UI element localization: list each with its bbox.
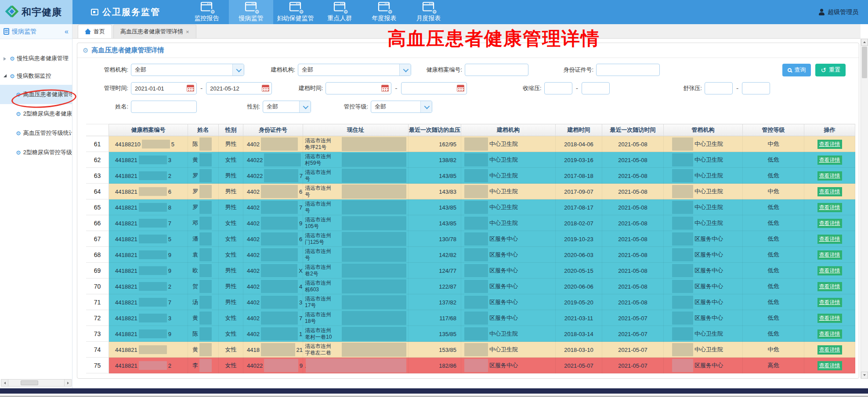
manage-org-text: 中心卫生院 (694, 188, 723, 195)
table-row[interactable]: 6744188215潘女性44026清远市连州门125号130/78区服务中心2… (86, 231, 855, 247)
table-row[interactable]: 6844188219袁女性4402清远市连州号142/82区服务中心2020-0… (86, 247, 855, 263)
nav-item[interactable]: ⚙妇幼保健监管 (273, 0, 318, 24)
header-cell-empty (86, 124, 109, 136)
search-button[interactable]: 查询 (782, 64, 811, 76)
table-row[interactable]: 7544188212李女性440229广东省清远182/86区服务中心2021-… (86, 358, 855, 373)
view-details-link[interactable]: 查看详情 (817, 219, 842, 228)
view-details-link[interactable]: 查看详情 (817, 203, 842, 212)
view-details-link[interactable]: 查看详情 (817, 171, 842, 181)
table-row[interactable]: 6944188219欧男性4402X清远市连州巷2号124/77区服务中心202… (86, 263, 855, 279)
sidebar-item[interactable]: ⚙2型糖尿病管控等级统计 (0, 143, 72, 162)
file-org-text: 中心卫生院 (489, 156, 518, 164)
sidebar-item[interactable]: ⚙慢性病患者健康管理 (0, 50, 72, 67)
tab-home[interactable]: 首页 (78, 25, 112, 38)
table-row[interactable]: 7144188217汤男性44023清远市连州17号137/82区服务中心201… (86, 294, 855, 310)
user-menu[interactable]: 超级管理员 (818, 0, 858, 24)
tab-close-icon[interactable]: × (186, 29, 189, 35)
view-details-link[interactable]: 查看详情 (817, 187, 842, 196)
reset-button[interactable]: ↺ 重置 (815, 64, 846, 76)
view-details-link[interactable]: 查看详情 (817, 282, 842, 291)
gender-select[interactable]: 全部 (263, 101, 311, 113)
address-line1: 清远市连州 (305, 296, 331, 302)
cell-blood-pressure: 137/82 (409, 294, 461, 310)
table-row[interactable]: 6244188213黄女性44022清远市连州村59号138/82中心卫生院20… (86, 152, 855, 168)
archive-prefix: 4418821 (115, 283, 137, 290)
view-details-link[interactable]: 查看详情 (817, 140, 842, 149)
archive-prefix: 4418821 (115, 268, 137, 274)
id-prefix: 4402 (247, 220, 260, 227)
cell-archive-no: 44188219 (109, 247, 188, 263)
file-org-select[interactable]: 全部 (298, 64, 411, 76)
address-line1: 清远市连州 (305, 264, 331, 271)
scroll-right-button[interactable] (64, 380, 71, 386)
systolic-min-input[interactable] (544, 82, 572, 94)
file-time-start-input[interactable] (326, 82, 391, 94)
name-text: 陈 (192, 140, 198, 148)
nav-item[interactable]: ⚙年度报表 (362, 0, 406, 24)
tab-hypertension-detail[interactable]: 高血压患者健康管理详情 × (113, 25, 196, 38)
cell-manage-org: 中心卫生院 (664, 342, 743, 358)
file-time-end-input[interactable] (401, 82, 467, 94)
collapse-sidebar-icon[interactable]: « (65, 28, 69, 36)
view-details-link[interactable]: 查看详情 (817, 345, 842, 355)
manage-time-end-input[interactable]: 2021-05-12 (206, 82, 272, 94)
scroll-left-button[interactable] (1, 380, 8, 386)
archive-prefix: 4418821 (115, 331, 137, 337)
view-details-link[interactable]: 查看详情 (817, 156, 842, 165)
manage-time-start-input[interactable]: 2021-01-01 (131, 82, 197, 94)
table-row[interactable]: 6644188217邓女性44029清远市连州105号143/85中心卫生院20… (86, 215, 855, 231)
view-details-link[interactable]: 查看详情 (817, 298, 842, 307)
cell-action: 查看详情 (804, 247, 855, 263)
view-details-link[interactable]: 查看详情 (817, 361, 842, 370)
nav-item[interactable]: ⚙重点人群 (318, 0, 362, 24)
horizontal-scrollbar-thumb[interactable] (21, 380, 38, 385)
cell-id-no: 44026 (243, 231, 303, 247)
address-line1: 清远市连州 (305, 169, 331, 176)
table-row[interactable]: 61441882105陈男性4402清远市连州角坪21号162/95中心卫生院2… (86, 136, 855, 152)
cell-file-date: 2018-04-06 (556, 136, 602, 152)
scroll-down-button[interactable] (861, 372, 868, 379)
view-details-link[interactable]: 查看详情 (817, 266, 842, 275)
calendar-icon (187, 85, 194, 92)
view-details-link[interactable]: 查看详情 (817, 235, 842, 244)
view-details-link[interactable]: 查看详情 (817, 314, 842, 323)
table-row[interactable]: 744418821黄女性441821清远市连州字巷左二巷153/85中心卫生院2… (86, 342, 855, 358)
id-suffix: 7 (299, 204, 302, 211)
vertical-scrollbar-thumb[interactable] (862, 47, 867, 78)
id-no-input[interactable] (596, 64, 660, 76)
sidebar-item[interactable]: ⚙2型糖尿病患者健康管理 (0, 104, 72, 123)
scroll-up-button[interactable] (861, 39, 868, 46)
view-details-link[interactable]: 查看详情 (817, 250, 842, 260)
nav-item[interactable]: ⚙月度报表 (406, 0, 451, 24)
table-row[interactable]: 7044188212贺男性44024清远市连州栋603122/87区服务中心20… (86, 279, 855, 294)
diastolic-min-input[interactable] (705, 82, 733, 94)
sidebar-item[interactable]: ⚙高血压患者健康管理详 (0, 85, 72, 104)
sidebar-item[interactable]: ⚙高血压管控等级统计报 (0, 123, 72, 143)
address-line1: 清远市连州 (305, 232, 331, 239)
sidebar-item[interactable]: ⚙慢病数据监控 (0, 67, 72, 85)
cell-file-date: 2021-03-11 (556, 310, 602, 326)
archive-no-input[interactable] (465, 64, 528, 76)
select-value: 全部 (131, 66, 146, 74)
table-row[interactable]: 7344188219陈女性44021清远市连州老村一巷10135/85中心卫生院… (86, 326, 855, 342)
address-line2: 门125号 (305, 239, 324, 246)
table-row[interactable]: 6344188212罗男性440227清远市连州号143/85中心卫生院2017… (86, 168, 855, 184)
table-row[interactable]: 6444188216罗男性44026清远市连州号143/83中心卫生院2017-… (86, 184, 855, 199)
systolic-max-input[interactable] (582, 82, 610, 94)
redacted-block (199, 153, 212, 166)
name-input[interactable] (131, 101, 197, 113)
cell-blood-pressure: 135/85 (409, 326, 461, 342)
risk-level-select[interactable]: 全部 (371, 101, 432, 113)
diastolic-max-input[interactable] (742, 82, 770, 94)
table-row[interactable]: 6544188218罗男性44027清远市连州号143/85中心卫生院2017-… (86, 199, 855, 215)
cell-blood-pressure: 117/68 (409, 310, 461, 326)
cell-file-date: 2019-10-23 (556, 231, 602, 247)
manage-org-select[interactable]: 全部 (131, 64, 244, 76)
nav-item[interactable]: ⚙监控报告 (184, 0, 229, 24)
view-details-link[interactable]: 查看详情 (817, 329, 842, 339)
table-row[interactable]: 7244188213黄女性44027清远市连州18号117/68区服务中心202… (86, 310, 855, 326)
nav-item-active[interactable]: ⚙慢病监管 (229, 0, 273, 24)
redacted-block (261, 248, 298, 261)
vertical-scrollbar[interactable] (861, 39, 868, 379)
sidebar-horizontal-scrollbar[interactable] (1, 379, 72, 387)
